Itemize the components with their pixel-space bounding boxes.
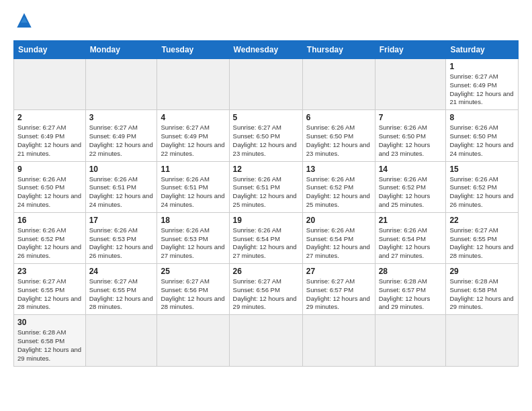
day-info: Sunrise: 6:27 AM Sunset: 6:49 PM Dayligh…	[17, 124, 82, 158]
day-number: 29	[449, 267, 515, 276]
day-info: Sunrise: 6:26 AM Sunset: 6:50 PM Dayligh…	[379, 124, 443, 158]
day-info: Sunrise: 6:26 AM Sunset: 6:50 PM Dayligh…	[17, 175, 82, 210]
day-number: 3	[89, 113, 154, 122]
calendar-cell: 5Sunrise: 6:27 AM Sunset: 6:50 PM Daylig…	[229, 110, 302, 161]
day-number: 1	[449, 62, 515, 71]
calendar-week-4: 16Sunrise: 6:26 AM Sunset: 6:52 PM Dayli…	[14, 212, 519, 263]
day-header-monday: Monday	[85, 41, 157, 59]
day-number: 25	[161, 267, 225, 276]
calendar-cell	[229, 59, 302, 110]
calendar-cell: 30Sunrise: 6:28 AM Sunset: 6:58 PM Dayli…	[14, 315, 86, 366]
calendar-cell: 25Sunrise: 6:27 AM Sunset: 6:56 PM Dayli…	[157, 264, 229, 315]
calendar-cell	[375, 315, 446, 366]
calendar-cell: 20Sunrise: 6:26 AM Sunset: 6:54 PM Dayli…	[302, 212, 375, 263]
day-number: 19	[233, 216, 299, 225]
calendar-cell: 14Sunrise: 6:26 AM Sunset: 6:52 PM Dayli…	[375, 161, 446, 212]
day-number: 30	[17, 318, 82, 327]
calendar-cell: 1Sunrise: 6:27 AM Sunset: 6:49 PM Daylig…	[446, 59, 519, 110]
day-number: 27	[306, 267, 371, 276]
calendar-header-row: SundayMondayTuesdayWednesdayThursdayFrid…	[14, 41, 519, 59]
day-header-friday: Friday	[375, 41, 446, 59]
day-number: 4	[161, 113, 225, 122]
calendar-week-2: 2Sunrise: 6:27 AM Sunset: 6:49 PM Daylig…	[14, 110, 519, 161]
day-number: 24	[89, 267, 154, 276]
day-info: Sunrise: 6:27 AM Sunset: 6:56 PM Dayligh…	[161, 277, 225, 312]
day-header-thursday: Thursday	[302, 41, 375, 59]
calendar-cell: 21Sunrise: 6:26 AM Sunset: 6:54 PM Dayli…	[375, 212, 446, 263]
day-info: Sunrise: 6:26 AM Sunset: 6:50 PM Dayligh…	[449, 124, 515, 158]
day-number: 17	[89, 216, 154, 225]
calendar-cell: 6Sunrise: 6:26 AM Sunset: 6:50 PM Daylig…	[302, 110, 375, 161]
calendar-cell	[85, 59, 157, 110]
day-info: Sunrise: 6:26 AM Sunset: 6:52 PM Dayligh…	[306, 175, 371, 210]
day-info: Sunrise: 6:26 AM Sunset: 6:52 PM Dayligh…	[17, 226, 82, 261]
logo-icon	[13, 11, 35, 32]
calendar-cell: 15Sunrise: 6:26 AM Sunset: 6:52 PM Dayli…	[446, 161, 519, 212]
calendar-cell: 17Sunrise: 6:26 AM Sunset: 6:53 PM Dayli…	[85, 212, 157, 263]
calendar-week-1: 1Sunrise: 6:27 AM Sunset: 6:49 PM Daylig…	[14, 59, 519, 110]
calendar-cell	[375, 59, 446, 110]
day-info: Sunrise: 6:26 AM Sunset: 6:54 PM Dayligh…	[379, 226, 443, 261]
day-info: Sunrise: 6:26 AM Sunset: 6:50 PM Dayligh…	[306, 124, 371, 158]
calendar-cell	[157, 59, 229, 110]
calendar-cell	[14, 59, 86, 110]
calendar-cell: 28Sunrise: 6:28 AM Sunset: 6:57 PM Dayli…	[375, 264, 446, 315]
day-info: Sunrise: 6:26 AM Sunset: 6:51 PM Dayligh…	[89, 175, 154, 210]
day-info: Sunrise: 6:27 AM Sunset: 6:55 PM Dayligh…	[449, 226, 515, 261]
calendar-week-6: 30Sunrise: 6:28 AM Sunset: 6:58 PM Dayli…	[14, 315, 519, 366]
day-number: 13	[306, 165, 371, 174]
day-info: Sunrise: 6:28 AM Sunset: 6:58 PM Dayligh…	[449, 277, 515, 312]
calendar-cell: 16Sunrise: 6:26 AM Sunset: 6:52 PM Dayli…	[14, 212, 86, 263]
calendar-cell: 4Sunrise: 6:27 AM Sunset: 6:49 PM Daylig…	[157, 110, 229, 161]
calendar-cell: 22Sunrise: 6:27 AM Sunset: 6:55 PM Dayli…	[446, 212, 519, 263]
day-info: Sunrise: 6:28 AM Sunset: 6:57 PM Dayligh…	[379, 277, 443, 312]
calendar-cell	[157, 315, 229, 366]
day-info: Sunrise: 6:27 AM Sunset: 6:49 PM Dayligh…	[161, 124, 225, 158]
day-number: 20	[306, 216, 371, 225]
day-info: Sunrise: 6:28 AM Sunset: 6:58 PM Dayligh…	[17, 328, 82, 363]
day-info: Sunrise: 6:27 AM Sunset: 6:50 PM Dayligh…	[233, 124, 299, 158]
day-number: 7	[379, 113, 443, 122]
calendar-cell: 23Sunrise: 6:27 AM Sunset: 6:55 PM Dayli…	[14, 264, 86, 315]
day-info: Sunrise: 6:27 AM Sunset: 6:57 PM Dayligh…	[306, 277, 371, 312]
svg-rect-2	[19, 23, 29, 28]
calendar-cell	[229, 315, 302, 366]
day-number: 15	[449, 165, 515, 174]
day-number: 6	[306, 113, 371, 122]
day-info: Sunrise: 6:26 AM Sunset: 6:53 PM Dayligh…	[89, 226, 154, 261]
day-number: 9	[17, 165, 82, 174]
day-number: 5	[233, 113, 299, 122]
day-number: 2	[17, 113, 82, 122]
calendar-cell: 7Sunrise: 6:26 AM Sunset: 6:50 PM Daylig…	[375, 110, 446, 161]
header	[13, 11, 519, 32]
calendar-cell	[85, 315, 157, 366]
day-header-saturday: Saturday	[446, 41, 519, 59]
day-info: Sunrise: 6:27 AM Sunset: 6:55 PM Dayligh…	[17, 277, 82, 312]
day-number: 18	[161, 216, 225, 225]
day-number: 8	[449, 113, 515, 122]
day-info: Sunrise: 6:26 AM Sunset: 6:53 PM Dayligh…	[161, 226, 225, 261]
day-info: Sunrise: 6:26 AM Sunset: 6:51 PM Dayligh…	[233, 175, 299, 210]
calendar-cell: 12Sunrise: 6:26 AM Sunset: 6:51 PM Dayli…	[229, 161, 302, 212]
day-info: Sunrise: 6:26 AM Sunset: 6:54 PM Dayligh…	[306, 226, 371, 261]
day-info: Sunrise: 6:27 AM Sunset: 6:55 PM Dayligh…	[89, 277, 154, 312]
calendar-cell: 10Sunrise: 6:26 AM Sunset: 6:51 PM Dayli…	[85, 161, 157, 212]
calendar-cell: 9Sunrise: 6:26 AM Sunset: 6:50 PM Daylig…	[14, 161, 86, 212]
day-header-wednesday: Wednesday	[229, 41, 302, 59]
day-number: 22	[449, 216, 515, 225]
day-info: Sunrise: 6:27 AM Sunset: 6:49 PM Dayligh…	[89, 124, 154, 158]
calendar-cell	[446, 315, 519, 366]
calendar-cell	[302, 315, 375, 366]
calendar-cell: 13Sunrise: 6:26 AM Sunset: 6:52 PM Dayli…	[302, 161, 375, 212]
calendar-cell: 26Sunrise: 6:27 AM Sunset: 6:56 PM Dayli…	[229, 264, 302, 315]
day-number: 23	[17, 267, 82, 276]
calendar-cell: 2Sunrise: 6:27 AM Sunset: 6:49 PM Daylig…	[14, 110, 86, 161]
calendar-cell	[302, 59, 375, 110]
calendar-cell: 11Sunrise: 6:26 AM Sunset: 6:51 PM Dayli…	[157, 161, 229, 212]
day-info: Sunrise: 6:26 AM Sunset: 6:54 PM Dayligh…	[233, 226, 299, 261]
day-number: 10	[89, 165, 154, 174]
day-info: Sunrise: 6:26 AM Sunset: 6:51 PM Dayligh…	[161, 175, 225, 210]
day-info: Sunrise: 6:26 AM Sunset: 6:52 PM Dayligh…	[379, 175, 443, 210]
day-info: Sunrise: 6:27 AM Sunset: 6:49 PM Dayligh…	[449, 73, 515, 107]
calendar-week-3: 9Sunrise: 6:26 AM Sunset: 6:50 PM Daylig…	[14, 161, 519, 212]
